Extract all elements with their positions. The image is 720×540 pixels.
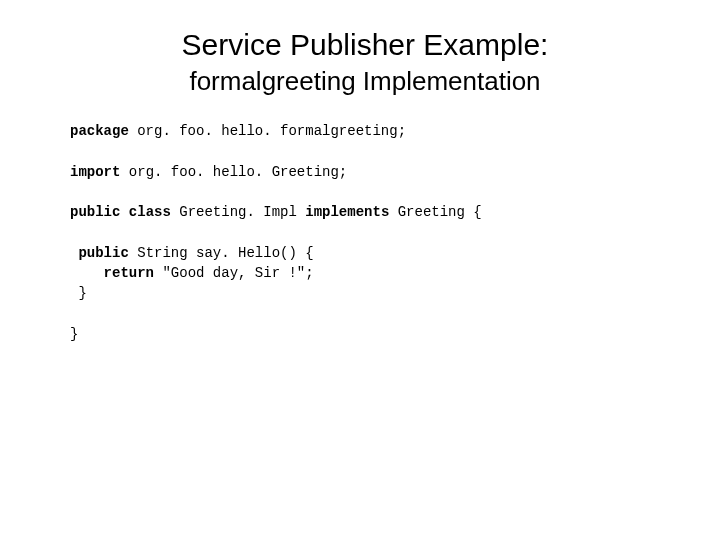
keyword-public-method: public <box>78 245 128 261</box>
keyword-package: package <box>70 123 129 139</box>
slide-title: Service Publisher Example: <box>70 28 660 62</box>
keyword-public: public <box>70 204 120 220</box>
keyword-implements: implements <box>305 204 389 220</box>
close-brace-method: } <box>70 285 87 301</box>
slide-subtitle: formalgreeting Implementation <box>70 66 660 97</box>
method-signature: String say. Hello() { <box>129 245 314 261</box>
import-name: org. foo. hello. Greeting; <box>120 164 347 180</box>
return-value: "Good day, Sir !"; <box>154 265 314 281</box>
code-block: package org. foo. hello. formalgreeting;… <box>70 121 660 344</box>
keyword-return: return <box>104 265 154 281</box>
package-name: org. foo. hello. formalgreeting; <box>129 123 406 139</box>
class-name: Greeting. Impl <box>171 204 305 220</box>
keyword-import: import <box>70 164 120 180</box>
close-brace-class: } <box>70 326 78 342</box>
interface-name: Greeting { <box>389 204 481 220</box>
keyword-class: class <box>120 204 170 220</box>
